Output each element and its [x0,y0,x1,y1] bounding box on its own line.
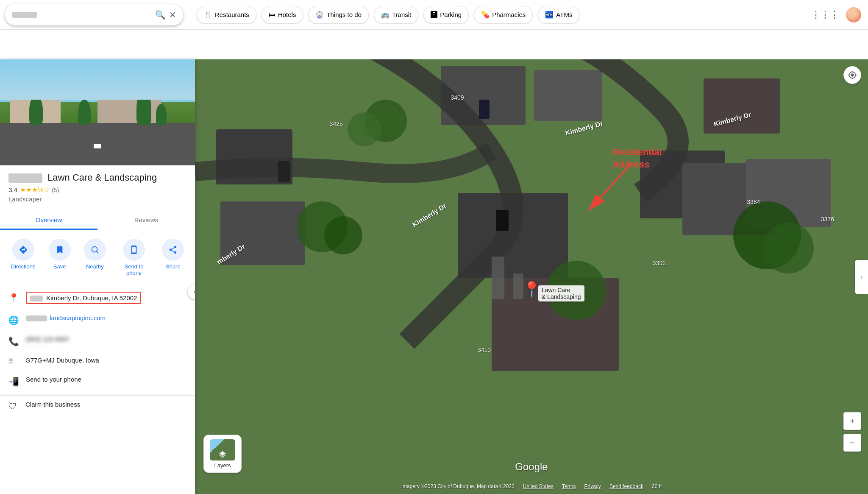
zoom-level: 20 ft [652,483,662,489]
rating-number: 3.4 [8,186,17,193]
zoom-out-button[interactable]: − [843,434,861,452]
send-to-phone-row[interactable]: 📲 Send to your phone [0,371,195,392]
locate-me-button[interactable] [843,66,861,84]
zoom-in-button[interactable]: + [843,412,861,430]
sv-tree-4 [29,95,43,125]
svg-rect-13 [492,257,504,299]
pill-transit-label: Transit [392,11,411,18]
pill-things-to-do[interactable]: 🎡 Things to do [308,6,369,24]
pill-transit[interactable]: 🚌 Transit [374,6,418,24]
website-prefix-blur [26,315,47,321]
layers-thumbnail [210,439,235,461]
share-icon-circle [162,239,184,261]
sv-tree-3 [156,104,167,125]
svg-point-21 [763,223,814,274]
search-icon-button[interactable]: 🔍 [155,10,166,20]
claim-section: 🛡 Claim this business [0,395,195,416]
save-label: Save [53,263,66,270]
plus-code-icon: ⠿ [8,357,19,366]
layers-icon [218,450,227,459]
pill-restaurants[interactable]: 🍴 Restaurants [197,6,256,24]
street-view-photo[interactable] [0,59,195,165]
plus-code-content: G77G+MJ Dubuque, Iowa [25,357,186,364]
pill-pharmacies[interactable]: 💊 Pharmacies [474,6,533,24]
claim-row[interactable]: 🛡 Claim this business [0,396,195,416]
share-button[interactable]: Share [162,239,184,276]
street-num-3410: 3410 [478,346,491,353]
sv-road [0,123,195,165]
annotation-line1: Residential [612,147,662,157]
address-prefix-blur [30,296,43,301]
review-count: (5) [52,187,59,193]
svg-rect-22 [479,100,490,119]
send-phone-icon: 📲 [8,376,19,387]
tab-reviews[interactable]: Reviews [97,211,195,230]
shield-icon: 🛡 [8,401,19,411]
website-content: landscapinginc.com [26,314,186,321]
svg-rect-4 [534,70,602,121]
map-zoom-controls: + − [843,412,861,452]
directions-icon-circle [12,239,34,261]
sv-sky [0,59,195,100]
street-num-3392: 3392 [653,260,666,266]
business-info: Lawn Care & Landscaping 3.4 ★★★½☆ (5) La… [0,165,195,206]
globe-icon: 🌐 [8,314,19,325]
left-panel: Lawn Care & Landscaping 3.4 ★★★½☆ (5) La… [0,59,195,494]
nearby-label: Nearby [86,263,104,270]
restaurants-icon: 🍴 [204,11,212,19]
pill-atms-label: ATMs [556,11,572,18]
privacy-link[interactable]: Privacy [584,483,601,489]
street-num-3384: 3384 [747,198,760,205]
transit-icon: 🚌 [381,11,389,19]
send-to-phone-button[interactable]: Send to phone [119,239,149,276]
map-area[interactable]: Kimberly Dr Kimberly Dr Kimberly Dr mber… [195,59,868,494]
send-feedback-link[interactable]: Send feedback [609,483,643,489]
hotels-icon: 🛏 [269,11,275,19]
website-link[interactable]: landscapinginc.com [50,314,106,321]
save-button[interactable]: Save [49,239,71,276]
united-states-link[interactable]: United States [523,483,554,489]
pill-hotels[interactable]: 🛏 Hotels [262,6,303,24]
apps-grid-icon[interactable]: ⋮⋮⋮ [811,9,839,20]
phone-row: 📞 (563) 123-4567 [0,330,195,352]
send-to-phone-label: Send to phone [119,263,149,276]
phone-content: (563) 123-4567 [26,335,186,343]
pin-label: Lawn Care& Landscaping [538,285,584,301]
pill-pharmacies-label: Pharmacies [492,11,526,18]
pill-parking-label: Parking [440,11,462,18]
search-input[interactable]: Lawn Care & Landscaping [41,10,152,19]
send-to-phone-icon-circle [123,239,145,261]
imagery-attribution: Imagery ©2023 City of Dubuque, Map data … [401,483,515,489]
nearby-icon-circle [84,239,106,261]
pill-atms[interactable]: 🏧 ATMs [538,6,579,24]
directions-button[interactable]: Directions [11,239,36,276]
main-content: Lawn Care & Landscaping 3.4 ★★★½☆ (5) La… [0,30,868,494]
action-buttons: Directions Save Nearby Send to phone [0,230,195,283]
close-icon-button[interactable]: ✕ [169,10,176,20]
address-text: Kimberly Dr, Dubuque, IA 52002 [46,294,137,301]
residential-address-annotation: Residential Address [612,146,662,170]
svg-rect-23 [496,210,509,231]
svg-point-16 [348,112,381,146]
pill-parking[interactable]: 🅿 Parking [423,6,469,24]
phone-icon: 📞 [8,335,19,346]
star-rating: ★★★½☆ [20,186,49,194]
user-avatar[interactable] [846,7,861,22]
search-bar: Lawn Care & Landscaping 🔍 ✕ [5,4,183,25]
street-view-expand-button[interactable]: › [855,260,868,294]
business-name-text: Lawn Care & Landscaping [47,172,157,183]
terms-link[interactable]: Terms [562,483,576,489]
svg-point-18 [324,216,362,254]
layers-button[interactable]: Layers [203,435,242,473]
google-watermark: Google [515,461,548,473]
map-satellite-layer: Kimberly Dr Kimberly Dr Kimberly Dr mber… [195,59,868,494]
pill-hotels-label: Hotels [278,11,296,18]
nearby-button[interactable]: Nearby [84,239,106,276]
website-row: 🌐 landscapinginc.com [0,309,195,330]
map-attribution: Imagery ©2023 City of Dubuque, Map data … [195,479,868,494]
layers-label: Layers [214,462,231,469]
location-pin-icon: 📍 [8,292,19,303]
pharmacies-icon: 💊 [481,11,490,19]
tab-overview[interactable]: Overview [0,211,97,230]
atms-icon: 🏧 [545,11,554,19]
